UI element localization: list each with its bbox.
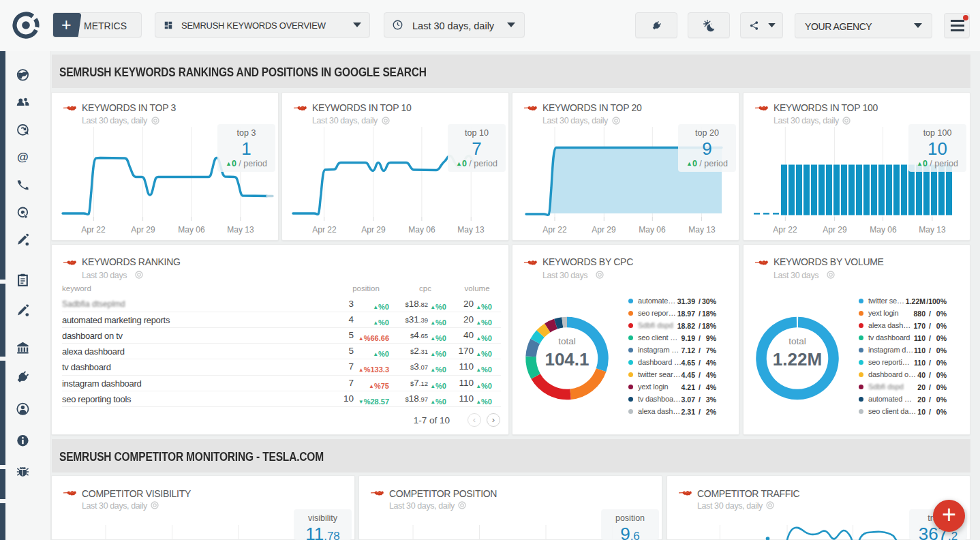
- svg-text:@: @: [17, 150, 29, 164]
